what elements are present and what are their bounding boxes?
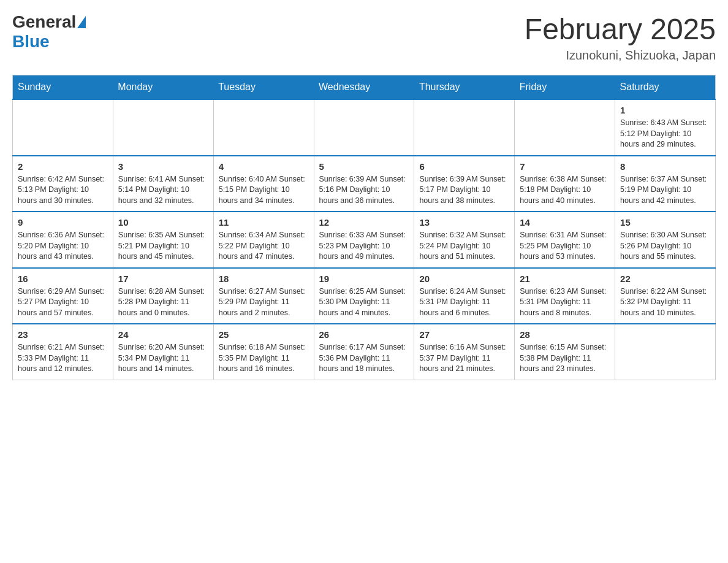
day-number: 5 [319, 161, 409, 172]
calendar-cell: 4Sunrise: 6:40 AM Sunset: 5:15 PM Daylig… [213, 156, 314, 212]
month-title: February 2025 [525, 12, 716, 46]
day-number: 16 [18, 274, 108, 284]
calendar-cell: 10Sunrise: 6:35 AM Sunset: 5:21 PM Dayli… [113, 212, 213, 268]
day-number: 9 [18, 217, 108, 228]
day-info: Sunrise: 6:27 AM Sunset: 5:29 PM Dayligh… [219, 286, 309, 319]
calendar-cell: 1Sunrise: 6:43 AM Sunset: 5:12 PM Daylig… [615, 99, 716, 156]
day-info: Sunrise: 6:32 AM Sunset: 5:24 PM Dayligh… [419, 230, 509, 262]
day-number: 10 [118, 217, 208, 228]
day-info: Sunrise: 6:18 AM Sunset: 5:35 PM Dayligh… [219, 342, 309, 375]
calendar-cell: 16Sunrise: 6:29 AM Sunset: 5:27 PM Dayli… [13, 268, 113, 324]
day-info: Sunrise: 6:39 AM Sunset: 5:16 PM Dayligh… [319, 174, 409, 207]
day-number: 27 [419, 329, 509, 340]
calendar-cell: 11Sunrise: 6:34 AM Sunset: 5:22 PM Dayli… [213, 212, 314, 268]
calendar-cell: 14Sunrise: 6:31 AM Sunset: 5:25 PM Dayli… [515, 212, 615, 268]
location-subtitle: Izunokuni, Shizuoka, Japan [525, 48, 716, 63]
day-info: Sunrise: 6:34 AM Sunset: 5:22 PM Dayligh… [219, 230, 309, 262]
week-row-3: 9Sunrise: 6:36 AM Sunset: 5:20 PM Daylig… [13, 212, 716, 268]
day-info: Sunrise: 6:42 AM Sunset: 5:13 PM Dayligh… [18, 174, 108, 207]
calendar-cell: 2Sunrise: 6:42 AM Sunset: 5:13 PM Daylig… [13, 156, 113, 212]
calendar-cell [13, 99, 113, 156]
weekday-monday: Monday [113, 75, 213, 100]
weekday-saturday: Saturday [615, 75, 716, 100]
day-number: 14 [520, 217, 610, 228]
day-number: 26 [319, 329, 409, 340]
calendar-cell: 24Sunrise: 6:20 AM Sunset: 5:34 PM Dayli… [113, 324, 213, 380]
day-info: Sunrise: 6:20 AM Sunset: 5:34 PM Dayligh… [118, 342, 208, 375]
calendar-cell: 12Sunrise: 6:33 AM Sunset: 5:23 PM Dayli… [314, 212, 414, 268]
calendar-cell: 22Sunrise: 6:22 AM Sunset: 5:32 PM Dayli… [615, 268, 716, 324]
day-number: 12 [319, 217, 409, 228]
day-number: 21 [520, 274, 610, 284]
day-info: Sunrise: 6:21 AM Sunset: 5:33 PM Dayligh… [18, 342, 108, 375]
calendar-cell [314, 99, 414, 156]
day-info: Sunrise: 6:39 AM Sunset: 5:17 PM Dayligh… [419, 174, 509, 207]
day-number: 22 [620, 274, 710, 284]
logo-general-text: General [12, 12, 76, 32]
page-header: General Blue February 2025 Izunokuni, Sh… [12, 12, 716, 63]
calendar-cell: 13Sunrise: 6:32 AM Sunset: 5:24 PM Dayli… [414, 212, 515, 268]
day-number: 4 [219, 161, 309, 172]
day-number: 15 [620, 217, 710, 228]
calendar-cell: 28Sunrise: 6:15 AM Sunset: 5:38 PM Dayli… [515, 324, 615, 380]
weekday-thursday: Thursday [414, 75, 515, 100]
calendar-cell: 18Sunrise: 6:27 AM Sunset: 5:29 PM Dayli… [213, 268, 314, 324]
day-number: 6 [419, 161, 509, 172]
calendar-cell: 8Sunrise: 6:37 AM Sunset: 5:19 PM Daylig… [615, 156, 716, 212]
day-info: Sunrise: 6:35 AM Sunset: 5:21 PM Dayligh… [118, 230, 208, 262]
day-number: 25 [219, 329, 309, 340]
calendar-cell: 15Sunrise: 6:30 AM Sunset: 5:26 PM Dayli… [615, 212, 716, 268]
logo: General Blue [12, 12, 87, 52]
day-info: Sunrise: 6:17 AM Sunset: 5:36 PM Dayligh… [319, 342, 409, 375]
calendar-cell [515, 99, 615, 156]
day-info: Sunrise: 6:37 AM Sunset: 5:19 PM Dayligh… [620, 174, 710, 207]
week-row-4: 16Sunrise: 6:29 AM Sunset: 5:27 PM Dayli… [13, 268, 716, 324]
logo-triangle-icon [77, 16, 86, 28]
day-info: Sunrise: 6:28 AM Sunset: 5:28 PM Dayligh… [118, 286, 208, 319]
day-info: Sunrise: 6:25 AM Sunset: 5:30 PM Dayligh… [319, 286, 409, 319]
day-info: Sunrise: 6:33 AM Sunset: 5:23 PM Dayligh… [319, 230, 409, 262]
day-number: 3 [118, 161, 208, 172]
day-info: Sunrise: 6:36 AM Sunset: 5:20 PM Dayligh… [18, 230, 108, 262]
day-info: Sunrise: 6:29 AM Sunset: 5:27 PM Dayligh… [18, 286, 108, 319]
day-number: 19 [319, 274, 409, 284]
calendar-cell [615, 324, 716, 380]
day-number: 7 [520, 161, 610, 172]
calendar-cell [414, 99, 515, 156]
title-section: February 2025 Izunokuni, Shizuoka, Japan [525, 12, 716, 63]
day-number: 18 [219, 274, 309, 284]
calendar-cell: 25Sunrise: 6:18 AM Sunset: 5:35 PM Dayli… [213, 324, 314, 380]
day-info: Sunrise: 6:15 AM Sunset: 5:38 PM Dayligh… [520, 342, 610, 375]
day-number: 20 [419, 274, 509, 284]
calendar-cell: 17Sunrise: 6:28 AM Sunset: 5:28 PM Dayli… [113, 268, 213, 324]
day-info: Sunrise: 6:30 AM Sunset: 5:26 PM Dayligh… [620, 230, 710, 262]
day-info: Sunrise: 6:24 AM Sunset: 5:31 PM Dayligh… [419, 286, 509, 319]
day-number: 28 [520, 329, 610, 340]
calendar-cell: 23Sunrise: 6:21 AM Sunset: 5:33 PM Dayli… [13, 324, 113, 380]
day-number: 1 [620, 105, 710, 115]
calendar-cell [113, 99, 213, 156]
day-number: 17 [118, 274, 208, 284]
calendar-cell: 6Sunrise: 6:39 AM Sunset: 5:17 PM Daylig… [414, 156, 515, 212]
day-number: 23 [18, 329, 108, 340]
calendar-cell: 5Sunrise: 6:39 AM Sunset: 5:16 PM Daylig… [314, 156, 414, 212]
calendar-table: SundayMondayTuesdayWednesdayThursdayFrid… [12, 75, 716, 380]
day-info: Sunrise: 6:31 AM Sunset: 5:25 PM Dayligh… [520, 230, 610, 262]
calendar-cell: 19Sunrise: 6:25 AM Sunset: 5:30 PM Dayli… [314, 268, 414, 324]
day-info: Sunrise: 6:40 AM Sunset: 5:15 PM Dayligh… [219, 174, 309, 207]
calendar-cell: 26Sunrise: 6:17 AM Sunset: 5:36 PM Dayli… [314, 324, 414, 380]
day-number: 13 [419, 217, 509, 228]
day-info: Sunrise: 6:23 AM Sunset: 5:31 PM Dayligh… [520, 286, 610, 319]
week-row-1: 1Sunrise: 6:43 AM Sunset: 5:12 PM Daylig… [13, 99, 716, 156]
calendar-header: SundayMondayTuesdayWednesdayThursdayFrid… [13, 75, 716, 100]
calendar-body: 1Sunrise: 6:43 AM Sunset: 5:12 PM Daylig… [13, 99, 716, 380]
weekday-header-row: SundayMondayTuesdayWednesdayThursdayFrid… [13, 75, 716, 100]
day-info: Sunrise: 6:38 AM Sunset: 5:18 PM Dayligh… [520, 174, 610, 207]
weekday-tuesday: Tuesday [213, 75, 314, 100]
calendar-cell: 7Sunrise: 6:38 AM Sunset: 5:18 PM Daylig… [515, 156, 615, 212]
day-number: 11 [219, 217, 309, 228]
week-row-2: 2Sunrise: 6:42 AM Sunset: 5:13 PM Daylig… [13, 156, 716, 212]
week-row-5: 23Sunrise: 6:21 AM Sunset: 5:33 PM Dayli… [13, 324, 716, 380]
weekday-wednesday: Wednesday [314, 75, 414, 100]
weekday-sunday: Sunday [13, 75, 113, 100]
